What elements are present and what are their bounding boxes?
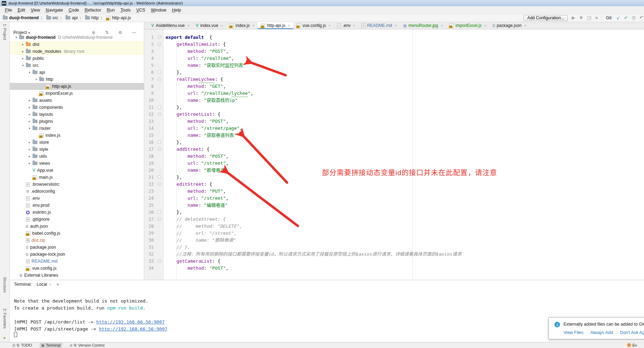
editor-tab-index.js[interactable]: index.js× [226,22,258,29]
tree-item-.editorconfig[interactable]: ⚙.editorconfig [10,188,144,195]
fold-marker-icon[interactable]: − [158,183,161,186]
tree-item-.eslintrc.js[interactable]: .eslintrc.js [10,209,144,216]
tree-item-vue.config.js[interactable]: vue.config.js [10,265,144,272]
code-editor[interactable]: 1−export default {2− getRealTimeList: {3… [144,29,644,280]
tree-chevron-icon[interactable]: ▸ [27,99,33,102]
update-project-icon[interactable]: ↙ [616,14,620,22]
tree-item-http-api.js[interactable]: http-api.js [10,83,144,90]
tree-chevron-icon[interactable]: ▸ [27,106,33,109]
history-icon[interactable]: ◷ [632,14,636,22]
tree-item-.env.prod[interactable]: ≡.env.prod [10,202,144,209]
menu-code[interactable]: Code [66,8,82,13]
fold-marker-icon[interactable]: − [158,148,161,151]
breadcrumb-item-api[interactable]: api [65,15,78,20]
tree-item-README.md[interactable]: ≡README.md [10,258,144,265]
editor-tab-menuRouter.jpg[interactable]: ▦menuRouter.jpg× [400,22,446,29]
rollback-icon[interactable]: ↶ [639,14,643,22]
editor-tab-importExcel.js[interactable]: importExcel.js× [446,22,489,29]
tree-item-.browserslistrc[interactable]: ≡.browserslistrc [10,181,144,188]
tree-item-plugins[interactable]: ▸plugins [10,118,144,125]
tree-chevron-icon[interactable]: ▸ [20,50,26,53]
editor-tab-.env[interactable]: ≡.env× [334,22,358,29]
favorites-star-icon[interactable]: ★ [0,336,10,340]
tab-close-icon[interactable]: × [524,23,526,28]
coverage-icon[interactable]: ◳ [587,14,591,22]
tree-chevron-icon[interactable]: ▸ [27,141,33,144]
event-log-button[interactable]: Ev [627,342,644,348]
fold-marker-icon[interactable]: − [158,218,161,221]
editor-tab-README.md[interactable]: ≡README.md× [358,22,400,29]
tab-close-icon[interactable]: × [187,23,189,28]
tree-chevron-icon[interactable]: ▾ [20,64,26,67]
tab-close-icon[interactable]: × [353,23,355,28]
run-icon[interactable]: ▶ [572,14,575,22]
tree-chevron-icon[interactable]: ▾ [33,78,39,81]
menu-refactor[interactable]: Refactor [82,8,104,13]
new-terminal-tab-button[interactable]: + [56,282,59,287]
tree-item-auth.json[interactable]: {}auth.json [10,223,144,230]
editor-tab-http-api.js[interactable]: http-api.js× [258,22,293,29]
todo-button[interactable]: ☰6: TODO [10,343,34,348]
fold-marker-icon[interactable]: − [158,113,161,116]
terminal-button[interactable]: ▣Terminal [40,343,62,348]
tree-chevron-icon[interactable]: ▾ [27,127,33,130]
menu-window[interactable]: Window [148,8,169,13]
tab-close-icon[interactable]: × [394,23,397,28]
stripe-favorites[interactable]: 2: Favorites [0,308,10,328]
menu-file[interactable]: File [2,8,15,13]
tree-item-http[interactable]: ▾http [10,76,144,83]
fold-marker-icon[interactable]: − [158,78,161,81]
tree-item-dist.zip[interactable]: ☰dist.zip [10,237,144,244]
tree-item-layouts[interactable]: ▸layouts [10,111,144,118]
notification-action-don-t-ask-again[interactable]: Don't Ask Again [620,330,644,335]
version-control-button[interactable]: ⇄9: Version Control [68,343,106,348]
fold-marker-icon[interactable] [158,176,161,179]
menu-vcs[interactable]: VCS [133,8,148,13]
breadcrumb-item-duoji-frontend[interactable]: duoji-frontend [3,15,39,20]
breadcrumb-item-http-api.js[interactable]: http-api.js [106,15,131,20]
tree-chevron-icon[interactable]: ▸ [27,120,33,123]
tree-chevron-icon[interactable]: ▸ [27,155,33,158]
tree-chevron-icon[interactable]: ▸ [20,43,26,46]
tree-item-index.js[interactable]: index.js [10,132,144,139]
tree-item-components[interactable]: ▸components [10,104,144,111]
stripe-project[interactable]: 1: Project [0,24,10,40]
menu-tools[interactable]: Tools [118,8,133,13]
tree-chevron-icon[interactable]: ▾ [27,71,33,74]
fold-marker-icon[interactable] [158,211,161,214]
tree-item-style[interactable]: ▸style [10,146,144,153]
tab-close-icon[interactable]: × [252,23,254,28]
terminal-tab-local[interactable]: Local× [37,282,51,287]
add-configuration-button[interactable]: Add Configuration... [524,15,568,21]
terminal-link[interactable]: http://192.168.66.56:9007 [96,319,165,325]
tree-item-duoji-frontend[interactable]: ▾duoji-frontendD:\zheheWeb\duoji-fronten… [10,34,144,41]
fold-marker-icon[interactable]: − [158,36,161,39]
stripe-structure[interactable]: Structure [0,277,10,293]
tree-item-App.vue[interactable]: VApp.vue [10,167,144,174]
menu-help[interactable]: Help [169,8,184,13]
debug-icon[interactable]: ❖ [579,14,583,22]
notification-action-always-add[interactable]: Always Add [590,330,613,335]
tab-close-icon[interactable]: × [288,23,290,28]
tree-item-main.js[interactable]: main.js [10,174,144,181]
tree-chevron-icon[interactable]: ▸ [27,113,33,116]
editor-tab-package.json[interactable]: {}package.json× [489,22,529,29]
tab-close-icon[interactable]: × [221,23,223,28]
tree-item-node_modules[interactable]: ▸node_moduleslibrary root [10,48,144,55]
breadcrumb-item-src[interactable]: src [46,15,58,20]
tree-item-public[interactable]: ▸public [10,55,144,62]
tab-close-icon[interactable]: × [328,23,330,28]
tree-item-importExcel.js[interactable]: importExcel.js [10,90,144,97]
fold-marker-icon[interactable] [158,106,161,109]
tree-chevron-icon[interactable]: ▾ [13,36,19,39]
tree-item-utils[interactable]: ▸utils [10,153,144,160]
tree-item-.env[interactable]: ≡.env [10,195,144,202]
tree-item-babel.config.js[interactable]: babel.config.js [10,230,144,237]
editor-tab-index.vue[interactable]: Vindex.vue× [192,22,226,29]
tree-item-External Libraries[interactable]: ≣External Libraries [10,272,144,279]
menu-run[interactable]: Run [104,8,118,13]
tab-close-icon[interactable]: × [484,23,486,28]
fold-marker-icon[interactable]: − [158,260,161,263]
fold-marker-icon[interactable]: − [158,43,161,46]
editor-tab-vue.config.js[interactable]: vue.config.js× [293,22,334,29]
